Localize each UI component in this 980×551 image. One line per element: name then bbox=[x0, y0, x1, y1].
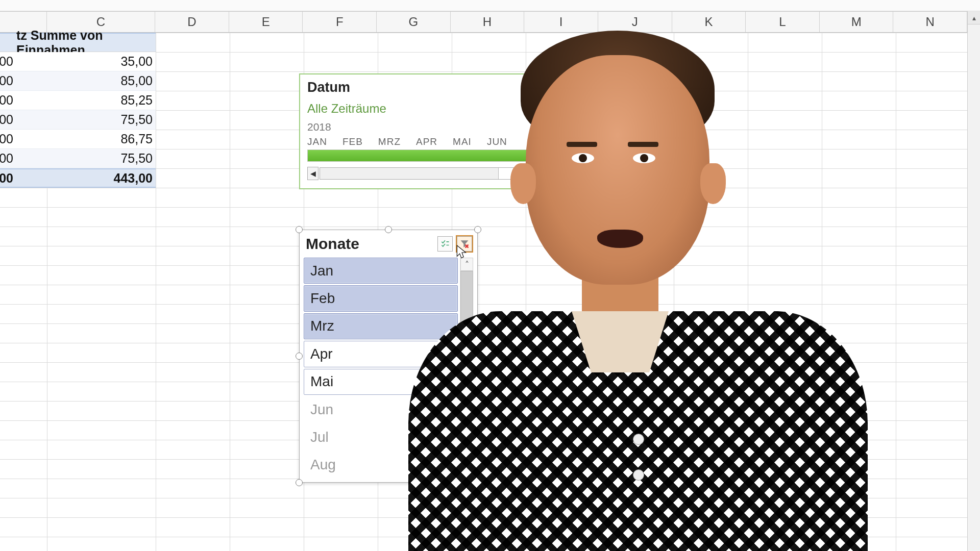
slicer-toolbar bbox=[437, 236, 472, 252]
slicer-item-jun[interactable]: Jun bbox=[304, 396, 458, 422]
multi-select-icon[interactable] bbox=[437, 236, 453, 252]
slicer-title: Monate bbox=[306, 235, 359, 253]
row-left-fragment: 00 bbox=[0, 91, 16, 110]
timeline-month: MRZ bbox=[378, 136, 401, 147]
clear-filter-icon[interactable] bbox=[457, 236, 472, 252]
timeline-slicer-datum[interactable]: Datum Alle Zeiträume 2018 JAN FEB MRZ AP… bbox=[299, 73, 565, 189]
selection-handle[interactable] bbox=[385, 226, 392, 233]
timeline-scrollbar[interactable]: ◀ bbox=[307, 167, 556, 180]
col-head-M[interactable]: M bbox=[820, 12, 894, 32]
col-head-F[interactable]: F bbox=[303, 12, 377, 32]
col-head-K[interactable]: K bbox=[672, 12, 746, 32]
timeline-month: MAI bbox=[453, 136, 472, 147]
title-bar-strip bbox=[0, 0, 980, 11]
slicer-header: Monate bbox=[304, 233, 473, 258]
timeline-month: APR bbox=[416, 136, 437, 147]
table-row[interactable]: 00 86,75 bbox=[0, 130, 156, 149]
pivot-header-row[interactable]: tz Summe von Einnahmen bbox=[0, 33, 156, 52]
col-head-L[interactable]: L bbox=[746, 12, 820, 32]
timeline-range-label: Alle Zeiträume bbox=[307, 102, 556, 116]
col-head-E[interactable]: E bbox=[229, 12, 303, 32]
slicer-item-apr[interactable]: Apr bbox=[304, 341, 458, 367]
slicer-item-aug[interactable]: Aug bbox=[304, 452, 458, 478]
slicer-scroll-up-button[interactable]: ˄ bbox=[460, 258, 473, 271]
col-head-G[interactable]: G bbox=[377, 12, 451, 32]
selection-handle[interactable] bbox=[474, 226, 481, 233]
table-row[interactable]: 00 35,00 bbox=[0, 52, 156, 71]
timeline-title: Datum bbox=[307, 80, 556, 95]
timeline-month: JAN bbox=[307, 136, 327, 147]
pivot-header-left-fragment bbox=[0, 34, 16, 52]
table-row[interactable]: 00 85,25 bbox=[0, 91, 156, 110]
selection-handle[interactable] bbox=[296, 226, 303, 233]
timeline-scroll-thumb[interactable] bbox=[320, 168, 499, 179]
slicer-item-mai[interactable]: Mai bbox=[304, 369, 458, 395]
slicer-item-mrz[interactable]: Mrz bbox=[304, 313, 458, 339]
timeline-scroll-left-button[interactable]: ◀ bbox=[307, 167, 318, 180]
row-left-fragment: 00 bbox=[0, 110, 16, 129]
row-total-value: 443,00 bbox=[16, 169, 156, 187]
slicer-item-jul[interactable]: Jul bbox=[304, 424, 458, 450]
row-value: 35,00 bbox=[16, 52, 156, 71]
row-left-fragment: 00 bbox=[0, 52, 16, 71]
col-head-H[interactable]: H bbox=[451, 12, 525, 32]
scroll-up-icon[interactable]: ▴ bbox=[968, 11, 980, 24]
row-left-fragment: 00 bbox=[0, 149, 16, 168]
vertical-scrollbar[interactable]: ▴ bbox=[967, 11, 980, 551]
timeline-bar-fill bbox=[308, 150, 556, 161]
timeline-month-labels: JAN FEB MRZ APR MAI JUN bbox=[307, 136, 556, 147]
slicer-scrollbar[interactable]: ˄ bbox=[460, 258, 473, 478]
row-value: 85,25 bbox=[16, 91, 156, 110]
timeline-bar[interactable] bbox=[307, 149, 556, 162]
col-head-D[interactable]: D bbox=[155, 12, 229, 32]
slicer-selection-frame[interactable]: Monate Jan Feb Mrz Apr Mai bbox=[299, 230, 478, 483]
table-row[interactable]: 00 75,50 bbox=[0, 149, 156, 168]
row-value: 75,50 bbox=[16, 149, 156, 168]
col-head-N[interactable]: N bbox=[893, 12, 967, 32]
slicer-item-jan[interactable]: Jan bbox=[304, 258, 458, 284]
col-head-I[interactable]: I bbox=[524, 12, 598, 32]
row-value: 75,50 bbox=[16, 110, 156, 129]
slicer-monate[interactable]: Monate Jan Feb Mrz Apr Mai bbox=[299, 230, 478, 483]
selection-handle[interactable] bbox=[474, 353, 481, 360]
slicer-items: Jan Feb Mrz Apr Mai Jun Jul Aug bbox=[304, 258, 458, 478]
row-value: 86,75 bbox=[16, 130, 156, 148]
table-row[interactable]: 00 85,00 bbox=[0, 71, 156, 91]
timeline-month: JUN bbox=[487, 136, 507, 147]
pivot-total-row[interactable]: 00 443,00 bbox=[0, 168, 156, 188]
timeline-scroll-track[interactable] bbox=[320, 167, 556, 180]
slicer-scroll-track[interactable] bbox=[460, 271, 473, 478]
timeline-month: FEB bbox=[342, 136, 363, 147]
slicer-body: Jan Feb Mrz Apr Mai Jun Jul Aug ˄ bbox=[304, 258, 473, 478]
row-value: 85,00 bbox=[16, 71, 156, 90]
slicer-scroll-thumb[interactable] bbox=[460, 271, 473, 395]
pivot-header-label: tz Summe von Einnahmen bbox=[16, 34, 156, 52]
selection-handle[interactable] bbox=[296, 353, 303, 360]
row-left-fragment: 00 bbox=[0, 169, 16, 187]
table-row[interactable]: 00 75,50 bbox=[0, 110, 156, 130]
slicer-item-feb[interactable]: Feb bbox=[304, 285, 458, 311]
selection-handle[interactable] bbox=[296, 479, 303, 486]
row-left-fragment: 00 bbox=[0, 130, 16, 148]
row-left-fragment: 00 bbox=[0, 71, 16, 90]
col-head-J[interactable]: J bbox=[598, 12, 672, 32]
pivot-table-fragment: tz Summe von Einnahmen 00 35,00 00 85,00… bbox=[0, 33, 156, 188]
timeline-year: 2018 bbox=[307, 121, 556, 133]
